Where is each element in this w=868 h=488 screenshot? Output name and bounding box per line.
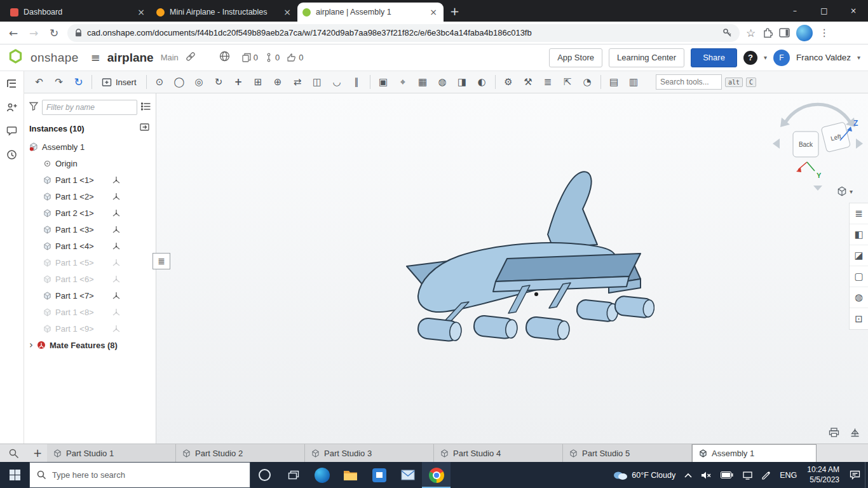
public-globe-icon[interactable] <box>219 51 230 64</box>
pan-left-arrow[interactable] <box>773 139 780 149</box>
doc-tab-part-studio-5[interactable]: Part Studio 5 <box>563 444 692 462</box>
clock[interactable]: 10:24 AM 5/5/2023 <box>801 465 845 485</box>
minimize-button[interactable]: – <box>780 0 810 22</box>
origin-point[interactable] <box>534 292 538 296</box>
close-tab-icon[interactable]: × <box>282 7 292 17</box>
maximize-button[interactable]: □ <box>810 0 839 22</box>
hamburger-menu-icon[interactable]: ≡ <box>91 51 100 64</box>
expand-panel-icon[interactable] <box>140 123 151 134</box>
doc-tab-part-studio-4[interactable]: Part Studio 4 <box>434 444 563 462</box>
bookmark-star-icon[interactable]: ☆ <box>746 27 756 39</box>
custom-features-icon[interactable]: ⚒ <box>519 73 538 91</box>
extensions-icon[interactable] <box>762 27 773 38</box>
settings-icon[interactable]: ⚙ <box>499 73 519 91</box>
tree-row-suppressed[interactable]: Part 1 <8> <box>24 304 156 320</box>
close-tab-icon[interactable]: × <box>428 7 438 17</box>
reload-icon[interactable]: ↻ <box>47 27 61 39</box>
back-icon[interactable]: ← <box>6 27 20 39</box>
ball-mate-icon[interactable]: ◎ <box>189 73 209 91</box>
close-tab-icon[interactable]: × <box>136 7 146 17</box>
taskbar-search[interactable] <box>29 462 250 488</box>
cortana-icon[interactable] <box>250 462 279 488</box>
tree-row[interactable]: Part 2 <1> <box>24 205 156 221</box>
user-avatar[interactable]: F <box>773 50 790 66</box>
cube-face-back-label[interactable]: Back <box>799 141 813 148</box>
redo-icon[interactable]: ↷ <box>49 73 69 91</box>
forks-count[interactable]: 0 <box>265 53 280 62</box>
browser-tab-assembly[interactable]: airplane | Assembly 1 × <box>297 3 444 22</box>
undo-icon[interactable]: ↶ <box>29 73 49 91</box>
group-icon[interactable]: ▣ <box>374 73 393 91</box>
task-view-icon[interactable] <box>279 462 308 488</box>
view-mode-button[interactable]: ▾ <box>837 186 853 196</box>
tree-row-suppressed[interactable]: Part 1 <9> <box>24 320 156 337</box>
3d-viewport[interactable]: Back Left Z Y <box>156 93 868 444</box>
named-positions-icon[interactable]: ≣ <box>538 73 558 91</box>
onshape-logo[interactable] <box>8 48 24 67</box>
start-button[interactable] <box>0 462 29 488</box>
volume-muted-icon[interactable] <box>696 462 716 488</box>
tree-row-mate-features[interactable]: › Mate Features (8) <box>24 337 156 353</box>
key-icon[interactable] <box>722 28 732 37</box>
store-icon[interactable] <box>365 462 393 488</box>
list-view-icon[interactable] <box>141 102 151 113</box>
chevron-right-icon[interactable]: › <box>29 339 33 351</box>
planar-mate-icon[interactable]: ◫ <box>308 73 327 91</box>
link-icon[interactable] <box>186 51 196 64</box>
history-icon[interactable] <box>4 147 20 162</box>
tree-row[interactable]: Part 1 <3> <box>24 221 156 238</box>
file-explorer-icon[interactable] <box>336 462 365 488</box>
filter-input[interactable] <box>42 100 137 115</box>
doc-tab-part-studio-1[interactable]: Part Studio 1 <box>47 444 176 462</box>
tree-row-suppressed[interactable]: Part 1 <6> <box>24 271 156 287</box>
share-button[interactable]: Share <box>691 48 737 67</box>
chrome-icon[interactable] <box>422 462 451 488</box>
measure-icon[interactable]: ▥ <box>624 73 644 91</box>
pan-right-arrow[interactable] <box>856 139 863 149</box>
browser-menu-icon[interactable]: ⋮ <box>819 27 829 39</box>
flyout-tree-icon[interactable]: ≣ <box>850 203 868 224</box>
share-users-icon[interactable] <box>4 100 20 115</box>
zoom-window-icon[interactable]: ⊡ <box>850 308 868 329</box>
browser-tab-dashboard[interactable]: Dashboard × <box>5 3 151 22</box>
rotate-arc[interactable] <box>786 104 850 121</box>
action-center-icon[interactable] <box>845 462 865 488</box>
assembly-tree-icon[interactable] <box>4 76 20 92</box>
section-view-icon[interactable]: ◪ <box>850 245 868 266</box>
side-panel-icon[interactable] <box>779 28 790 37</box>
move-part-icon[interactable]: + <box>229 73 248 91</box>
forward-icon[interactable]: → <box>27 27 41 39</box>
copies-count[interactable]: 0 <box>242 53 258 62</box>
parallel-mate-icon[interactable]: ∥ <box>347 73 367 91</box>
tray-expand-icon[interactable] <box>680 462 696 488</box>
browser-profile-avatar[interactable] <box>796 25 813 41</box>
doc-tab-assembly-1[interactable]: Assembly 1 <box>692 444 817 462</box>
comments-icon[interactable] <box>4 123 20 139</box>
show-desktop-button[interactable] <box>865 462 868 488</box>
battery-icon[interactable] <box>716 462 738 488</box>
circular-pattern-icon[interactable]: ◍ <box>433 73 452 91</box>
help-button[interactable]: ? <box>743 51 757 65</box>
doc-tab-part-studio-3[interactable]: Part Studio 3 <box>305 444 434 462</box>
tangent-mate-icon[interactable]: ◡ <box>327 73 347 91</box>
edge-browser-icon[interactable] <box>308 462 336 488</box>
onshape-wordmark[interactable]: onshape <box>31 51 79 65</box>
exploded-view-icon[interactable]: ⇱ <box>558 73 578 91</box>
tree-row-suppressed[interactable]: Part 1 <5> <box>24 254 156 271</box>
tree-row[interactable]: Part 1 <4> <box>24 238 156 254</box>
close-window-button[interactable]: × <box>839 0 868 22</box>
mail-icon[interactable] <box>393 462 422 488</box>
pen-icon[interactable] <box>757 462 775 488</box>
pan-down-arrow[interactable] <box>813 186 822 191</box>
doc-tab-part-studio-2[interactable]: Part Studio 2 <box>176 444 305 462</box>
workspace-branch[interactable]: Main <box>161 53 179 62</box>
appearance-icon[interactable]: ◨ <box>452 73 472 91</box>
add-tab-button[interactable]: + <box>28 444 47 462</box>
bom-table-icon[interactable]: ▤ <box>604 73 624 91</box>
document-title[interactable]: airplane <box>107 51 154 65</box>
address-bar[interactable]: cad.onshape.com/documents/f44b1dc20f549b… <box>67 24 740 42</box>
language-indicator[interactable]: ENG <box>775 462 801 488</box>
insert-button[interactable]: Insert <box>95 73 143 91</box>
lock-icon[interactable] <box>75 29 82 37</box>
tab-manager-icon[interactable] <box>0 444 28 462</box>
